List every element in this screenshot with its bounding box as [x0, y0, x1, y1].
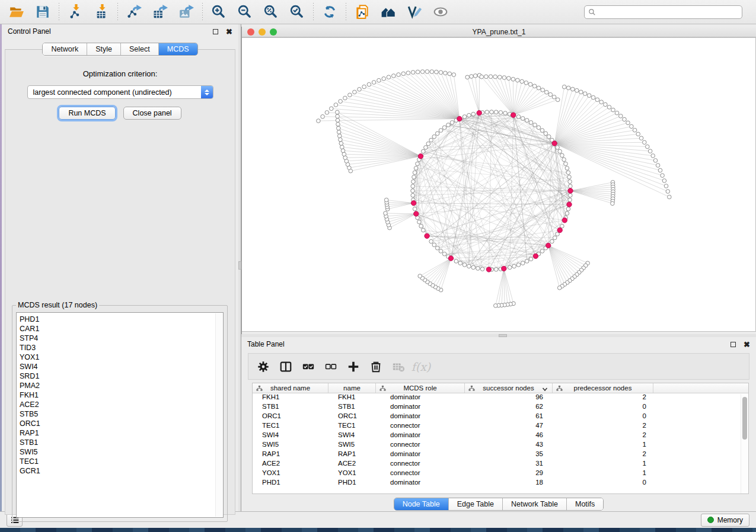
tab-select[interactable]: Select: [121, 43, 159, 55]
mcds-list-scrollbar[interactable]: [215, 313, 222, 517]
graph-node[interactable]: [498, 75, 502, 79]
graph-node[interactable]: [480, 75, 484, 79]
cell-predecessor-nodes[interactable]: 0: [553, 412, 653, 422]
cell-name[interactable]: SWI4: [328, 431, 376, 441]
graph-node[interactable]: [646, 145, 650, 149]
graph-hub-node[interactable]: [568, 188, 573, 193]
column-header-shared-name[interactable]: shared name: [253, 383, 328, 393]
close-panel-icon[interactable]: ✖: [744, 342, 750, 347]
table-row-ORC1[interactable]: ORC1ORC1dominator610: [253, 412, 748, 422]
graph-node[interactable]: [413, 171, 417, 175]
graph-node[interactable]: [418, 274, 422, 278]
cell-mcds-role[interactable]: dominator: [376, 450, 465, 460]
graph-node[interactable]: [426, 142, 430, 146]
graph-node[interactable]: [343, 96, 347, 100]
graph-node[interactable]: [467, 113, 471, 117]
graph-node[interactable]: [473, 74, 477, 78]
graph-node[interactable]: [424, 146, 428, 150]
graph-node[interactable]: [516, 78, 520, 82]
network-canvas[interactable]: [242, 37, 756, 332]
cell-name[interactable]: TEC1: [328, 422, 376, 431]
graph-node[interactable]: [553, 236, 557, 240]
graph-node[interactable]: [579, 90, 583, 94]
table-row-FKH1[interactable]: FKH1FKH1dominator962: [253, 393, 748, 403]
graph-node[interactable]: [529, 121, 533, 125]
graph-node[interactable]: [525, 118, 529, 123]
graph-node[interactable]: [494, 110, 498, 114]
cell-predecessor-nodes[interactable]: 2: [553, 450, 653, 460]
graph-node[interactable]: [653, 159, 658, 163]
graph-node[interactable]: [556, 98, 560, 102]
cell-name[interactable]: FKH1: [328, 393, 376, 403]
graph-hub-node[interactable]: [425, 233, 429, 238]
graph-node[interactable]: [587, 94, 591, 98]
tab-style[interactable]: Style: [87, 43, 121, 55]
cell-successor-nodes[interactable]: 35: [465, 450, 553, 460]
cell-shared-name[interactable]: SWI5: [253, 441, 328, 450]
graph-node[interactable]: [458, 261, 462, 265]
optimization-criterion-select[interactable]: largest connected component (undirected): [27, 85, 213, 99]
zoom-out-button[interactable]: [234, 2, 256, 21]
cell-predecessor-nodes[interactable]: 0: [553, 479, 653, 488]
graph-node[interactable]: [382, 77, 386, 81]
graph-node[interactable]: [545, 90, 549, 94]
search-field[interactable]: [584, 5, 742, 19]
graph-node[interactable]: [334, 103, 338, 107]
table-row-YOX1[interactable]: YOX1YOX1connector291: [253, 469, 748, 479]
graph-node[interactable]: [661, 174, 665, 178]
graph-node[interactable]: [540, 249, 544, 254]
graph-node[interactable]: [552, 95, 556, 100]
graph-node[interactable]: [337, 130, 341, 134]
graph-node[interactable]: [446, 123, 451, 127]
graph-node[interactable]: [339, 100, 343, 104]
mcds-result-item[interactable]: PHD1: [20, 315, 223, 324]
graph-node[interactable]: [336, 114, 340, 118]
graph-node[interactable]: [439, 70, 443, 75]
graph-node[interactable]: [411, 70, 415, 75]
table-row-RAP1[interactable]: RAP1RAP1dominator352: [253, 450, 748, 460]
graph-hub-node[interactable]: [502, 266, 506, 271]
cell-name[interactable]: PHD1: [328, 479, 376, 488]
graph-node[interactable]: [507, 76, 511, 81]
graph-node[interactable]: [537, 86, 541, 90]
cell-shared-name[interactable]: TEC1: [253, 422, 328, 431]
graph-node[interactable]: [454, 259, 458, 264]
cell-successor-nodes[interactable]: 47: [465, 422, 553, 431]
graph-node[interactable]: [658, 168, 662, 172]
table-row-ACE2[interactable]: ACE2ACE2connector311: [253, 460, 748, 469]
mcds-result-item[interactable]: PMA2: [20, 381, 223, 390]
cell-shared-name[interactable]: RAP1: [253, 450, 328, 460]
table-row-STB1[interactable]: STB1STB1dominator620: [253, 403, 748, 412]
graph-node[interactable]: [432, 243, 436, 247]
graph-node[interactable]: [484, 75, 489, 79]
graph-node[interactable]: [339, 142, 343, 146]
tab-network[interactable]: Network: [43, 43, 87, 55]
style-pen-button[interactable]: [404, 2, 425, 21]
graph-node[interactable]: [662, 179, 666, 183]
graph-node[interactable]: [562, 158, 566, 162]
graph-node[interactable]: [358, 88, 362, 92]
memory-button[interactable]: Memory: [701, 514, 749, 527]
tab-mcds[interactable]: MCDS: [159, 43, 197, 55]
column-header-MCDS-role[interactable]: MCDS role: [376, 383, 465, 393]
graph-node[interactable]: [450, 121, 454, 125]
graph-hub-node[interactable]: [418, 154, 423, 159]
graph-node[interactable]: [502, 76, 506, 80]
cell-name[interactable]: ORC1: [328, 412, 376, 422]
graph-node[interactable]: [392, 74, 396, 78]
mcds-result-item[interactable]: SRD1: [20, 371, 223, 381]
graph-node[interactable]: [336, 110, 340, 114]
graph-node[interactable]: [633, 128, 637, 132]
graph-node[interactable]: [462, 115, 467, 119]
cell-shared-name[interactable]: YOX1: [253, 469, 328, 479]
graph-node[interactable]: [493, 75, 497, 79]
graph-node[interactable]: [565, 211, 569, 216]
graph-hub-node[interactable]: [448, 256, 453, 261]
delete-column-button[interactable]: [365, 356, 387, 377]
run-mcds-button[interactable]: Run MCDS: [59, 107, 115, 120]
graph-node[interactable]: [439, 249, 443, 254]
cell-name[interactable]: YOX1: [328, 469, 376, 479]
graph-node[interactable]: [337, 126, 341, 130]
zoom-fit-button[interactable]: [260, 2, 282, 21]
graph-hub-node[interactable]: [414, 211, 419, 216]
